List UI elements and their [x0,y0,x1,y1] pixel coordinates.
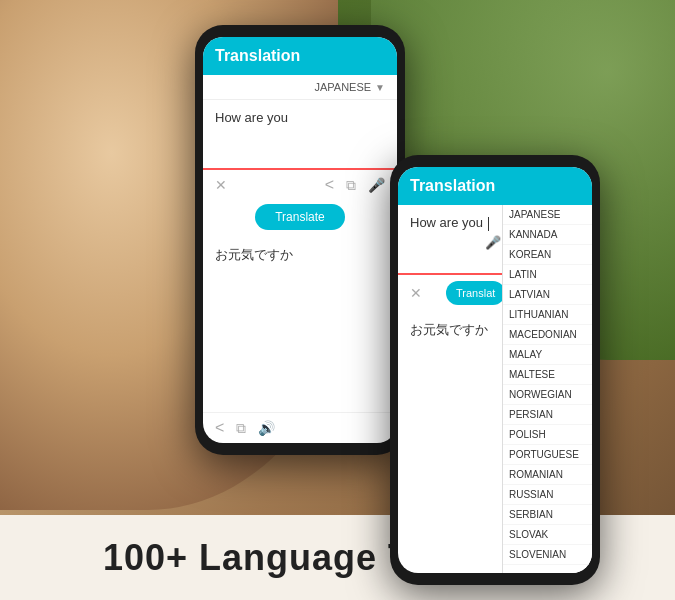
language-list-item[interactable]: LITHUANIAN [503,305,592,325]
phone-screen-right: Translation How are you ✕ Translat お元気です… [398,167,592,573]
language-list-item[interactable]: RUSSIAN [503,485,592,505]
language-list-item[interactable]: PERSIAN [503,405,592,425]
language-list-item[interactable]: SLOVAK [503,525,592,545]
action-row-left: ✕ < ⧉ 🎤 [203,170,397,200]
mic-icon[interactable]: 🎤 [368,177,385,193]
phone-right: Translation How are you ✕ Translat お元気です… [390,155,600,585]
copy-icon[interactable]: ⧉ [346,177,356,194]
language-list-item[interactable]: MALAY [503,345,592,365]
language-list-item[interactable]: MALTESE [503,365,592,385]
share-icon[interactable]: < [325,176,334,194]
close-icon[interactable]: ✕ [215,177,227,193]
action-row-right: ✕ Translat [398,275,502,311]
language-list-item[interactable]: LATIN [503,265,592,285]
input-text-left: How are you [215,110,288,125]
language-list-item[interactable]: ROMANIAN [503,465,592,485]
language-list-item[interactable]: LATVIAN [503,285,592,305]
language-list-item[interactable]: KOREAN [503,245,592,265]
output-actions-left: < ⧉ 🔊 [203,412,397,443]
language-list-item[interactable]: NORWEGIAN [503,385,592,405]
output-area-right: お元気ですか [398,311,502,573]
language-list-item[interactable]: SLOVENIAN [503,545,592,565]
phone-left: Translation JAPANESE ▼ How are you ✕ < ⧉… [195,25,405,455]
lang-selector-left[interactable]: JAPANESE ▼ [203,75,397,100]
speaker-icon[interactable]: 🔊 [258,420,275,436]
output-text-left: お元気ですか [215,247,293,262]
copy-output-icon[interactable]: ⧉ [236,420,246,437]
output-text-right: お元気ですか [410,322,488,337]
language-list-item[interactable]: PORTUGUESE [503,445,592,465]
dropdown-arrow-left[interactable]: ▼ [375,82,385,93]
close-icon-right[interactable]: ✕ [410,285,422,301]
language-list-item[interactable]: JAPANESE [503,205,592,225]
app-header-right: Translation [398,167,592,205]
language-list-item[interactable]: SERBIAN [503,505,592,525]
cursor [488,217,489,231]
mic-icon-right[interactable]: 🎤 [485,235,501,250]
output-area-left: お元気ですか [203,236,397,412]
phone-screen-left: Translation JAPANESE ▼ How are you ✕ < ⧉… [203,37,397,443]
input-text-right: How are you [410,215,483,230]
mic-right-area: 🎤 [485,233,501,251]
language-list-item[interactable]: KANNADA [503,225,592,245]
app-title-right: Translation [410,177,495,194]
language-label-left: JAPANESE [314,81,371,93]
app-title-left: Translation [215,47,300,64]
translate-button-right[interactable]: Translat [446,281,505,305]
input-area-left[interactable]: How are you [203,100,397,170]
app-header-left: Translation [203,37,397,75]
share-output-icon[interactable]: < [215,419,224,437]
translate-btn-row-left: Translate [203,200,397,236]
translate-button-left[interactable]: Translate [255,204,345,230]
language-list-item[interactable]: POLISH [503,425,592,445]
language-list-item[interactable]: MACEDONIAN [503,325,592,345]
language-dropdown-list[interactable]: JAPANESEKANNADAKOREANLATINLATVIANLITHUAN… [502,205,592,573]
